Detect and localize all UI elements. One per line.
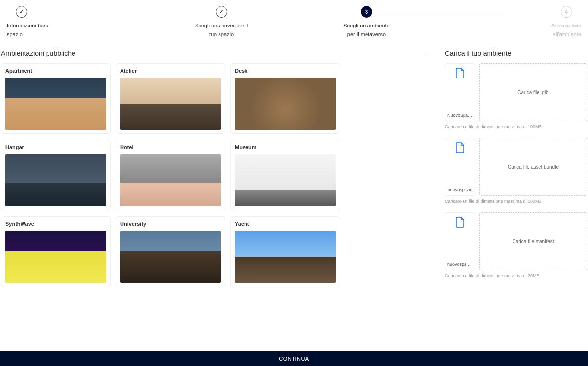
card-title: Hangar	[5, 144, 106, 150]
public-environments-heading: Ambientazioni pubbliche	[1, 50, 410, 57]
upload-glb-row: NuovoSpazio... Carica file .glb	[445, 63, 587, 121]
card-title: Hotel	[120, 144, 221, 150]
upload-hint: Caricare un file di dimensione massima d…	[445, 199, 587, 204]
step-label: Informazioni base spazio	[7, 22, 61, 39]
environment-card-museum[interactable]: Museum	[230, 140, 340, 210]
card-image	[235, 231, 336, 283]
file-name: nuovospazio	[447, 187, 473, 192]
file-name: nuovospazio....	[447, 262, 473, 267]
card-image	[5, 154, 106, 206]
drop-label: Carica file .glb	[517, 90, 548, 95]
step-1[interactable]: Informazioni base spazio	[4, 6, 149, 39]
card-title: University	[120, 221, 221, 227]
uploaded-file-asset-bundle[interactable]: nuovospazio	[445, 138, 475, 196]
card-image	[235, 78, 336, 130]
file-icon	[456, 142, 465, 153]
step-2[interactable]: Scegli una cover per il tuo spazio	[149, 6, 294, 39]
card-title: Apartment	[5, 68, 106, 74]
environment-card-university[interactable]: University	[116, 216, 225, 287]
step-4[interactable]: 4 Associa twin all'ambiente	[439, 6, 584, 39]
file-icon	[456, 217, 465, 228]
step-3[interactable]: 3 Scegli un ambiente per il metaverso	[294, 6, 439, 39]
environment-card-synthwave[interactable]: SynthWave	[1, 216, 111, 287]
stepper: Informazioni base spazio Scegli una cove…	[0, 0, 588, 43]
card-title: SynthWave	[5, 221, 106, 227]
upload-panel: Carica il tuo ambiente NuovoSpazio... Ca…	[445, 43, 587, 292]
environment-grid: Apartment Atelier Desk Hangar Hotel Muse…	[1, 63, 410, 287]
drop-label: Carica file asset bundle	[508, 164, 559, 170]
step-connector	[227, 12, 361, 12]
drop-label: Carica file manifest	[512, 239, 554, 244]
environment-card-desk[interactable]: Desk	[230, 63, 340, 134]
drop-zone-glb[interactable]: Carica file .glb	[479, 63, 587, 121]
environment-card-hotel[interactable]: Hotel	[116, 140, 225, 210]
step-label: Scegli un ambiente per il metaverso	[340, 22, 393, 39]
upload-hint: Caricare un file di dimensione massima d…	[445, 273, 587, 278]
step-connector	[372, 12, 506, 12]
vertical-divider	[425, 52, 425, 272]
upload-heading: Carica il tuo ambiente	[445, 50, 587, 57]
drop-zone-asset-bundle[interactable]: Carica file asset bundle	[479, 138, 587, 196]
card-image	[120, 154, 221, 206]
step-connector	[82, 12, 216, 12]
public-environments-panel: Ambientazioni pubbliche Apartment Atelie…	[1, 43, 410, 292]
uploaded-file-glb[interactable]: NuovoSpazio...	[445, 63, 475, 121]
step-number: 3	[361, 6, 372, 18]
card-title: Atelier	[120, 68, 221, 74]
step-label: Associa twin all'ambiente	[527, 22, 581, 39]
card-image	[5, 78, 106, 130]
card-title: Museum	[235, 144, 336, 150]
card-image	[120, 78, 221, 130]
main-content: Ambientazioni pubbliche Apartment Atelie…	[0, 43, 588, 292]
check-icon	[216, 6, 227, 18]
continue-button[interactable]: CONTINUA	[0, 351, 588, 366]
card-title: Yacht	[235, 221, 336, 227]
file-icon	[456, 68, 465, 78]
upload-manifest-row: nuovospazio.... Carica file manifest	[445, 212, 587, 270]
environment-card-apartment[interactable]: Apartment	[1, 63, 111, 134]
upload-hint: Caricare un file di dimensione massima d…	[445, 124, 587, 129]
upload-asset-bundle-row: nuovospazio Carica file asset bundle	[445, 138, 587, 196]
card-image	[235, 154, 336, 206]
drop-zone-manifest[interactable]: Carica file manifest	[479, 212, 587, 270]
environment-card-atelier[interactable]: Atelier	[116, 63, 225, 134]
step-label: Scegli una cover per il tuo spazio	[195, 22, 248, 39]
card-image	[120, 231, 221, 283]
environment-card-yacht[interactable]: Yacht	[230, 216, 340, 287]
card-title: Desk	[235, 68, 336, 74]
environment-card-hangar[interactable]: Hangar	[1, 140, 111, 210]
file-name: NuovoSpazio...	[447, 113, 473, 118]
card-image	[5, 231, 106, 283]
check-icon	[16, 6, 27, 18]
uploaded-file-manifest[interactable]: nuovospazio....	[445, 212, 475, 270]
step-number: 4	[561, 6, 572, 18]
continue-label: CONTINUA	[279, 356, 309, 362]
